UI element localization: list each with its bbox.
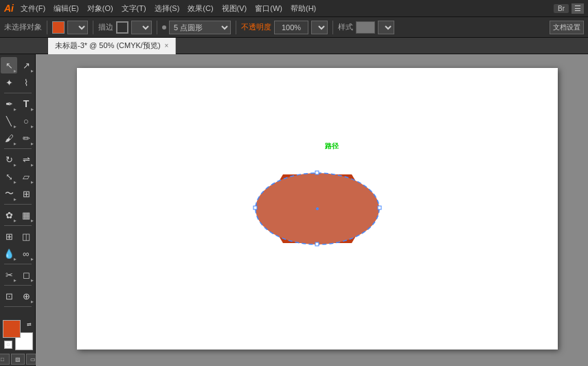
menu-select[interactable]: 选择(S) <box>155 3 180 14</box>
control-bar: 未选择对象 描边 5 点圆形 不透明度 样式 文档设置 <box>0 17 588 38</box>
menu-type[interactable]: 文字(T) <box>122 3 146 14</box>
menu-object[interactable]: 对象(O) <box>87 3 113 14</box>
toolbar-separator-3 <box>4 204 32 205</box>
direct-selection-tool[interactable]: ↗▶ <box>18 57 34 73</box>
separator-3 <box>157 21 157 34</box>
tool-group-brush: 🖌▶ ✏▶ <box>1 130 34 146</box>
eyedropper-tool[interactable]: 💧▶ <box>1 245 17 262</box>
swap-colors-icon[interactable]: ⇄ <box>27 321 32 328</box>
stroke-preview[interactable] <box>116 21 128 34</box>
style-label: 样式 <box>338 22 353 32</box>
app-logo: Ai <box>4 3 14 14</box>
toolbar-separator-1 <box>4 93 32 93</box>
style-dropdown[interactable] <box>378 21 394 34</box>
toolbar-separator-4 <box>4 225 32 226</box>
workspace-switcher[interactable]: ☰ <box>572 3 584 14</box>
svg-rect-4 <box>378 206 381 209</box>
menu-file[interactable]: 文件(F) <box>21 3 45 14</box>
tool-group-scissors: ✂▶ ◻▶ <box>1 266 34 283</box>
shear-tool[interactable]: ▱▶ <box>18 168 34 185</box>
selection-tool[interactable]: ↖▶ <box>1 57 17 73</box>
gradient-tool[interactable]: ◫ <box>18 228 34 244</box>
blend-tool[interactable]: ∞▶ <box>18 245 34 262</box>
pen-tool[interactable]: ✒▶ <box>1 95 17 112</box>
menu-help[interactable]: 帮助(H) <box>291 3 316 14</box>
eraser-tool[interactable]: ◻▶ <box>18 266 34 283</box>
menu-effect[interactable]: 效果(C) <box>188 3 213 14</box>
doc-setup-button[interactable]: 文档设置 <box>550 21 584 34</box>
fill-swatch[interactable] <box>52 21 65 34</box>
color-swatches: ⊙ ⇄ <box>3 320 33 350</box>
graph-tool[interactable]: ▦▶ <box>18 207 34 223</box>
menu-window[interactable]: 窗口(W) <box>255 3 282 14</box>
bridge-button[interactable]: Br <box>554 4 569 13</box>
svg-point-2 <box>316 207 319 210</box>
anchor-label: 路径 <box>325 141 339 151</box>
opacity-label: 不透明度 <box>241 22 271 32</box>
opacity-input[interactable] <box>274 21 308 34</box>
tab-bar: 未标题-3* @ 50% (CMYK/预览) × <box>0 38 588 54</box>
tool-group-transform: ↻▶ ⇌▶ <box>1 151 34 168</box>
title-bar: Ai 文件(F) 编辑(E) 对象(O) 文字(T) 选择(S) 效果(C) 视… <box>0 0 588 17</box>
reflect-tool[interactable]: ⇌▶ <box>18 151 34 168</box>
type-tool[interactable]: T▶ <box>18 95 34 112</box>
free-transform-tool[interactable]: ⊞ <box>18 185 34 202</box>
brush-tool[interactable]: 🖌▶ <box>1 130 17 146</box>
toolbar-separator-7 <box>4 306 32 307</box>
scissors-tool[interactable]: ✂▶ <box>1 266 17 283</box>
scale-tool[interactable]: ⤡▶ <box>1 168 17 185</box>
lasso-tool[interactable]: ⌇ <box>18 74 34 91</box>
brush-dropdown[interactable]: 5 点圆形 <box>169 21 231 34</box>
toolbar-separator-6 <box>4 285 32 286</box>
separator-5 <box>332 21 333 34</box>
menu-edit[interactable]: 编辑(E) <box>54 3 79 14</box>
mode-icons: □ ▨ ▭ <box>0 354 40 365</box>
mesh-tool[interactable]: ⊞ <box>1 228 17 244</box>
tool-group-artboard: ⊡ ⊕▶ <box>1 288 34 304</box>
symbol-sprayer-tool[interactable]: ✿▶ <box>1 207 17 223</box>
fill-dropdown[interactable] <box>67 21 88 34</box>
tab-title: 未标题-3* @ 50% (CMYK/预览) <box>55 41 161 51</box>
brush-dot <box>162 25 166 30</box>
no-selection-label: 未选择对象 <box>4 22 42 32</box>
main-area: ↖▶ ↗▶ ✦ ⌇ ✒▶ T▶ ╲▶ ○▶ 🖌▶ ✏▶ ↻▶ ⇌▶ ⤡▶ ▱▶ <box>0 54 588 366</box>
tool-group-scale: ⤡▶ ▱▶ <box>1 168 34 185</box>
ellipse-tool[interactable]: ○▶ <box>18 113 34 129</box>
tab-close-button[interactable]: × <box>165 42 169 49</box>
svg-rect-3 <box>253 206 257 209</box>
artwork-svg <box>242 154 393 264</box>
style-swatch[interactable] <box>356 21 375 34</box>
toolbar-separator-5 <box>4 264 32 264</box>
canvas-area[interactable]: 路径 <box>36 54 588 366</box>
document-tab[interactable]: 未标题-3* @ 50% (CMYK/预览) × <box>48 38 176 54</box>
normal-mode-icon[interactable]: □ <box>0 354 10 365</box>
svg-rect-5 <box>315 171 319 174</box>
zoom-tool[interactable]: ⊕▶ <box>18 288 34 304</box>
rotate-tool[interactable]: ↻▶ <box>1 151 17 168</box>
separator-4 <box>236 21 236 34</box>
tool-group-mesh: ⊞ ◫ <box>1 228 34 244</box>
tool-group-selection: ↖▶ ↗▶ <box>1 57 34 73</box>
stroke-dropdown[interactable] <box>131 21 152 34</box>
warp-tool[interactable]: 〜▶ <box>1 185 17 202</box>
tool-group-pen: ✒▶ T▶ <box>1 95 34 112</box>
tool-group-symbol: ✿▶ ▦▶ <box>1 207 34 223</box>
separator-2 <box>93 21 93 34</box>
reset-colors-icon[interactable]: ⊙ <box>4 341 12 349</box>
tool-group-warp: 〜▶ ⊞ <box>1 185 34 202</box>
artwork: 路径 <box>242 154 393 264</box>
tool-group-eyedropper: 💧▶ ∞▶ <box>1 245 34 262</box>
magic-wand-tool[interactable]: ✦ <box>1 74 17 91</box>
mask-mode-icon[interactable]: ▨ <box>11 354 25 365</box>
opacity-dropdown[interactable] <box>311 21 328 34</box>
separator-1 <box>47 21 47 34</box>
stroke-label: 描边 <box>98 22 113 32</box>
artboard-tool[interactable]: ⊡ <box>1 288 17 304</box>
menu-view[interactable]: 视图(V) <box>222 3 247 14</box>
pencil-tool[interactable]: ✏▶ <box>18 130 34 146</box>
canvas: 路径 <box>77 68 558 350</box>
foreground-color-swatch[interactable] <box>3 320 21 338</box>
tool-group-magic: ✦ ⌇ <box>1 74 34 91</box>
line-tool[interactable]: ╲▶ <box>1 113 17 129</box>
toolbar-separator-2 <box>4 148 32 149</box>
